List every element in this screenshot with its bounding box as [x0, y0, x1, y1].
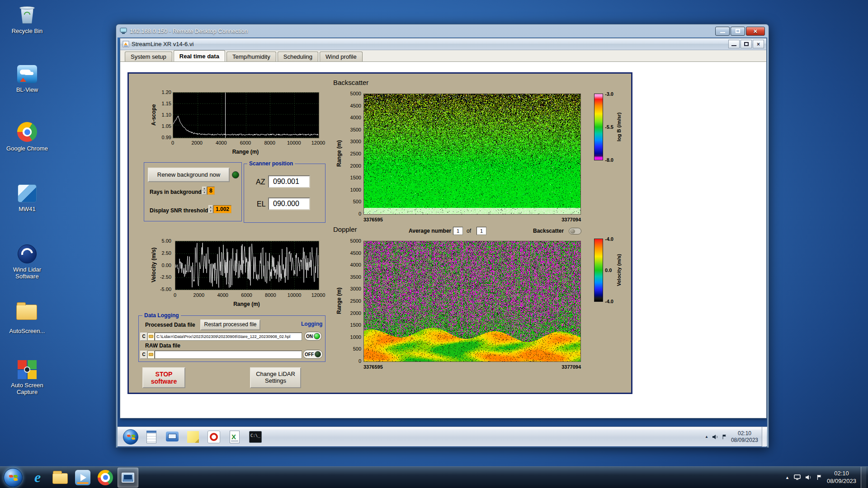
- remote-taskbar-sticky-notes-icon[interactable]: [186, 430, 200, 444]
- close-button[interactable]: ×: [746, 27, 765, 36]
- remote-taskbar-power-icon[interactable]: [207, 430, 221, 444]
- spinner-icon[interactable]: ▲▼: [208, 205, 213, 213]
- tick-label: 4000: [350, 262, 361, 267]
- backscatter-colorbar: [594, 94, 603, 160]
- restart-processed-file-button[interactable]: Restart processed file: [200, 319, 260, 330]
- tick-label: 5.00: [162, 238, 171, 244]
- taskbar-explorer-icon[interactable]: [50, 468, 71, 488]
- rays-in-background-control[interactable]: ▲▼ 8: [202, 187, 215, 195]
- app-restore-button[interactable]: [741, 40, 752, 48]
- app-close-button[interactable]: ×: [753, 40, 764, 48]
- doppler-colorbar-label: Velocity (m/s): [616, 239, 623, 302]
- desktop-icon-google-chrome[interactable]: Google Chrome: [6, 121, 48, 152]
- average-number-field[interactable]: 1: [453, 227, 463, 235]
- tick-label: 2500: [350, 298, 361, 304]
- raw-logging-toggle[interactable]: OFF: [303, 350, 323, 359]
- volume-icon[interactable]: [712, 434, 718, 440]
- remote-taskbar: X C:\_ ▲ 02:10 08/09/2023: [118, 427, 767, 446]
- tick-label: 8000: [259, 140, 281, 145]
- remote-taskbar-notepad-icon[interactable]: [145, 430, 158, 444]
- tick-label: -8.0: [605, 157, 613, 163]
- taskbar-media-player-icon[interactable]: [72, 468, 93, 488]
- doppler-x-range: 3376595 3377094: [363, 364, 581, 370]
- doppler-x-left: 3376595: [363, 364, 383, 370]
- tab-system-setup[interactable]: System setup: [125, 52, 172, 61]
- browse-folder-icon[interactable]: [147, 333, 155, 341]
- desktop-icon-label: AutoScreen...: [6, 328, 48, 335]
- tab-scheduling[interactable]: Scheduling: [278, 52, 318, 61]
- off-label: OFF: [305, 352, 314, 357]
- remote-show-desktop-button[interactable]: [762, 427, 766, 447]
- remote-clock[interactable]: 02:10 08/09/2023: [731, 430, 758, 444]
- drive-letter-box[interactable]: C: [140, 351, 147, 359]
- flag-icon[interactable]: [816, 474, 822, 480]
- show-desktop-button[interactable]: [861, 467, 866, 488]
- backscatter-toggle[interactable]: [569, 228, 581, 235]
- taskbar-internet-explorer-icon[interactable]: e: [27, 468, 48, 488]
- az-value-field[interactable]: 090.001: [268, 175, 310, 188]
- app-titlebar[interactable]: StreamLine XR v14-6.vi ×: [120, 38, 766, 50]
- rdp-tray-icon[interactable]: [794, 474, 801, 480]
- maximize-button[interactable]: [731, 27, 745, 36]
- taskbar-chrome-icon[interactable]: [95, 468, 116, 488]
- average-count-field[interactable]: 1: [476, 227, 486, 235]
- windows-flag-icon: [127, 435, 135, 440]
- volume-icon[interactable]: [805, 474, 812, 480]
- recycle-bin-icon: [16, 5, 38, 26]
- mw41-icon: [16, 183, 38, 204]
- host-taskbar: e ▲ 02:10 08/09/2023: [0, 466, 868, 488]
- desktop-icon-label: Recycle Bin: [6, 28, 48, 35]
- el-value-field[interactable]: 090.000: [268, 197, 310, 210]
- spinner-icon[interactable]: ▲▼: [202, 187, 207, 195]
- snr-value-field[interactable]: 1.002: [213, 205, 231, 213]
- remote-system-tray: ▲ 02:10 08/09/2023: [705, 427, 767, 447]
- desktop-icon-auto-screen-capture[interactable]: Auto Screen Capture: [6, 359, 48, 396]
- desktop-icon-mw41[interactable]: MW41: [6, 183, 48, 213]
- desktop-icon-autoscreen-folder[interactable]: AutoScreen...: [6, 301, 48, 335]
- browse-folder-icon[interactable]: [147, 351, 155, 359]
- drive-letter-box[interactable]: C: [140, 333, 147, 341]
- tick-label: 0: [164, 292, 186, 298]
- tick-label: 0: [162, 140, 184, 145]
- minimize-button[interactable]: [715, 27, 730, 36]
- rays-value-field[interactable]: 8: [207, 187, 215, 195]
- tick-label: 6000: [235, 140, 256, 145]
- taskbar-clock[interactable]: 02:10 08/09/2023: [827, 470, 856, 485]
- doppler-canvas: [364, 241, 580, 361]
- on-led: [314, 333, 320, 339]
- remote-taskbar-cmd-icon[interactable]: C:\_: [249, 430, 262, 444]
- rdp-icon: [120, 28, 127, 34]
- desktop-icon-recycle-bin[interactable]: Recycle Bin: [6, 5, 48, 35]
- snr-threshold-control[interactable]: ▲▼ 1.002: [208, 205, 231, 213]
- tab-temp-humidity[interactable]: Temp/humidity: [226, 52, 276, 61]
- processed-logging-toggle[interactable]: ON: [304, 332, 322, 341]
- raw-path-field[interactable]: [155, 351, 302, 359]
- renew-background-button[interactable]: Renew background now: [148, 168, 230, 182]
- tray-expand-icon[interactable]: ▲: [705, 435, 708, 439]
- stop-software-button[interactable]: STOP software: [142, 367, 185, 388]
- tab-real-time-data[interactable]: Real time data: [174, 50, 225, 61]
- auto-screen-capture-icon: [16, 359, 38, 380]
- desktop-icon-wind-lidar[interactable]: Wind Lidar Software: [6, 243, 48, 280]
- desktop-icon-label: Wind Lidar Software: [6, 267, 48, 280]
- rdp-window-controls: ×: [714, 27, 765, 36]
- taskbar-rdp-button-active[interactable]: [118, 468, 138, 488]
- ascope-x-axis-label: Range (m): [173, 149, 318, 155]
- flag-icon[interactable]: [722, 434, 727, 440]
- remote-start-button[interactable]: [123, 429, 138, 445]
- snr-threshold-label: Display SNR threshold: [150, 207, 208, 214]
- desktop-icon-bl-view[interactable]: BL-View: [6, 63, 48, 94]
- app-window-title: StreamLine XR v14-6.vi: [132, 41, 193, 47]
- rdp-titlebar[interactable]: 192.168.0.150 - Remote Desktop Connectio…: [116, 24, 769, 38]
- app-minimize-button[interactable]: [728, 40, 740, 48]
- tab-wind-profile[interactable]: Wind profile: [320, 52, 363, 61]
- tray-expand-icon[interactable]: ▲: [785, 475, 789, 480]
- tick-label: 8000: [259, 292, 281, 298]
- remote-taskbar-remote-desktop-icon[interactable]: [165, 430, 179, 444]
- processed-path-field[interactable]: C:\LidarA\Data\Proc\2023\202309\20230908…: [155, 333, 302, 341]
- backscatter-colorbar-label: log B (/m/sr): [616, 94, 623, 160]
- tick-label: 2.50: [162, 250, 171, 256]
- start-button[interactable]: [4, 468, 23, 487]
- change-lidar-settings-button[interactable]: Change LiDAR Settings: [250, 367, 301, 388]
- remote-taskbar-xr-document-icon[interactable]: X: [228, 430, 241, 444]
